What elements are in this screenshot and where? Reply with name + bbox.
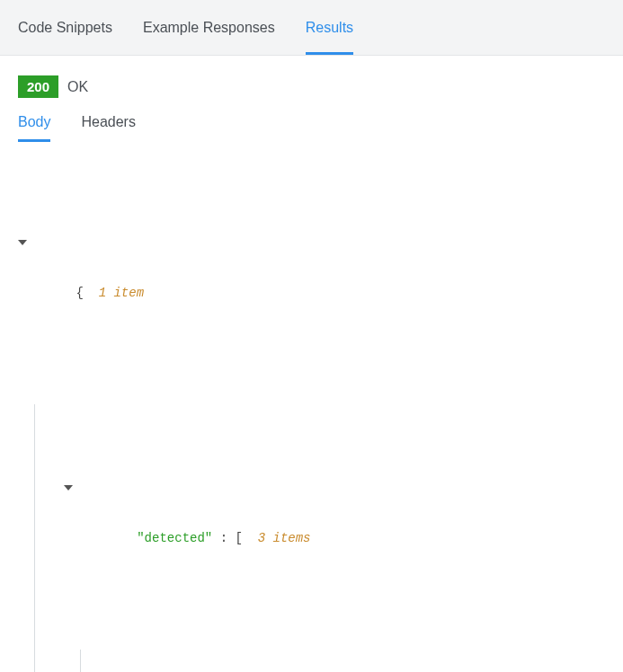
tab-body[interactable]: Body — [18, 114, 50, 142]
tab-example-responses[interactable]: Example Responses — [143, 0, 275, 55]
top-tabs: Code Snippets Example Responses Results — [0, 0, 623, 56]
json-tree: { 1 item "detected" : [ 3 items 0 : {...… — [18, 159, 605, 672]
tab-headers[interactable]: Headers — [81, 114, 135, 142]
item-count: 3 items — [258, 531, 311, 545]
status-row: 200 OK — [18, 75, 605, 98]
results-panel: 200 OK Body Headers { 1 item "detected" … — [0, 56, 623, 672]
json-key-detected[interactable]: "detected" — [137, 531, 212, 545]
chevron-down-icon[interactable] — [18, 240, 27, 245]
tab-code-snippets[interactable]: Code Snippets — [18, 0, 112, 55]
body-headers-tabs: Body Headers — [18, 114, 605, 143]
status-text: OK — [67, 79, 88, 95]
item-count: 1 item — [99, 286, 144, 300]
status-code-badge: 200 — [18, 75, 58, 98]
chevron-down-icon[interactable] — [64, 485, 73, 491]
tab-results[interactable]: Results — [306, 0, 353, 55]
